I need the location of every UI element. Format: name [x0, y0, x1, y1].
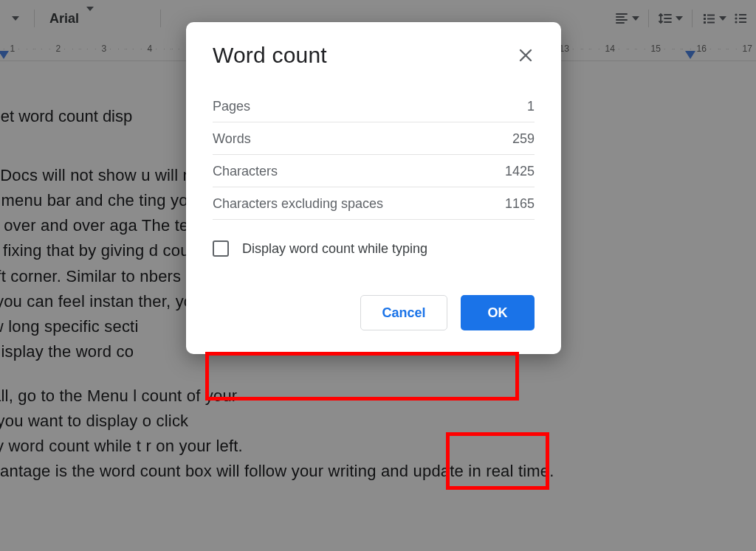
- display-while-typing-label: Display word count while typing: [242, 241, 427, 257]
- word-count-dialog: Word count Pages1Words259Characters1425C…: [186, 22, 561, 354]
- stat-row: Words259: [213, 122, 535, 155]
- stat-value: 1425: [505, 164, 535, 179]
- stats-list: Pages1Words259Characters1425Characters e…: [213, 90, 535, 220]
- dialog-title: Word count: [213, 43, 327, 68]
- display-while-typing-checkbox[interactable]: [213, 240, 229, 257]
- stat-value: 259: [512, 131, 535, 147]
- display-while-typing-row[interactable]: Display word count while typing: [213, 240, 535, 257]
- stat-label: Pages: [213, 99, 250, 114]
- stat-label: Characters: [213, 164, 278, 179]
- stat-value: 1: [527, 99, 535, 114]
- stat-row: Characters1425: [213, 155, 535, 187]
- stat-value: 1165: [505, 196, 535, 212]
- stat-row: Pages1: [213, 90, 535, 122]
- stat-label: Characters excluding spaces: [213, 196, 383, 212]
- ok-button[interactable]: OK: [461, 295, 535, 330]
- cancel-button[interactable]: Cancel: [360, 295, 447, 330]
- close-icon[interactable]: [517, 46, 535, 64]
- stat-label: Words: [213, 131, 251, 147]
- stat-row: Characters excluding spaces1165: [213, 187, 535, 220]
